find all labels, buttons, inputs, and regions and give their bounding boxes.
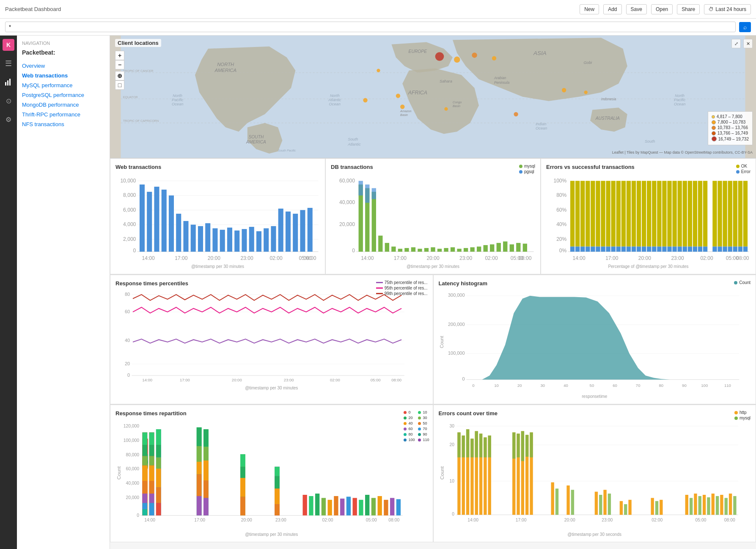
svg-text:40,000: 40,000 xyxy=(339,199,355,205)
latency-x-label: responsetime xyxy=(439,394,751,399)
svg-rect-109 xyxy=(404,248,409,252)
svg-rect-304 xyxy=(203,461,209,480)
legend-range-5: 16,749 – 19,732 xyxy=(718,137,749,141)
svg-rect-324 xyxy=(346,497,351,515)
save-button[interactable]: Save xyxy=(626,4,647,14)
map-close-icon[interactable]: ✕ xyxy=(743,39,753,48)
new-button[interactable]: New xyxy=(580,4,599,14)
target-icon[interactable]: ⊙ xyxy=(3,95,14,107)
nav-link-overview[interactable]: Overview xyxy=(22,61,104,71)
svg-point-28 xyxy=(454,57,460,63)
map-svg: NORTH AMERICA SOUTH AMERICA AFRICA EUROP… xyxy=(110,36,756,158)
svg-rect-392 xyxy=(698,496,701,515)
svg-rect-375 xyxy=(551,483,554,515)
svg-rect-297 xyxy=(197,446,202,462)
svg-rect-193 xyxy=(693,181,697,246)
svg-point-38 xyxy=(584,91,588,94)
svg-text:Peninsula: Peninsula xyxy=(494,81,510,85)
dot-110 xyxy=(418,439,421,441)
svg-rect-299 xyxy=(197,474,202,496)
nav-link-nfs[interactable]: NFS transactions xyxy=(22,119,104,129)
search-input[interactable] xyxy=(5,22,736,32)
nav-link-mysql[interactable]: MySQL performance xyxy=(22,80,104,90)
legend-50: 50 xyxy=(418,421,429,425)
legend-error: Error xyxy=(736,169,751,174)
svg-text:20%: 20% xyxy=(556,236,566,242)
svg-rect-309 xyxy=(240,467,245,478)
svg-rect-399 xyxy=(729,494,731,515)
svg-rect-208 xyxy=(733,247,737,252)
svg-rect-393 xyxy=(702,495,705,515)
nav-link-web-transactions[interactable]: Web transactions xyxy=(22,71,104,80)
map-zoom-selection-button[interactable]: □ xyxy=(115,80,124,90)
svg-text:Pacific: Pacific xyxy=(172,98,184,102)
svg-rect-352 xyxy=(462,436,465,458)
svg-text:17:00: 17:00 xyxy=(515,518,526,522)
svg-rect-330 xyxy=(384,500,388,516)
svg-text:10: 10 xyxy=(449,479,454,483)
svg-text:08:00: 08:00 xyxy=(736,255,749,261)
share-button[interactable]: Share xyxy=(677,4,700,14)
svg-text:0: 0 xyxy=(133,248,136,254)
svg-rect-282 xyxy=(149,445,154,456)
svg-point-37 xyxy=(562,88,566,92)
response-times-chart: 80 60 40 20 0 xyxy=(115,290,428,383)
svg-text:20:00: 20:00 xyxy=(564,518,575,522)
svg-rect-291 xyxy=(156,458,161,469)
svg-text:100: 100 xyxy=(701,383,708,388)
svg-rect-376 xyxy=(555,488,558,515)
svg-rect-319 xyxy=(315,494,319,516)
errors-vs-success-panel: Errors vs successful transactions OK Err… xyxy=(541,158,756,274)
add-button[interactable]: Add xyxy=(603,4,621,14)
map-expand-icon[interactable]: ⤢ xyxy=(731,39,741,48)
svg-rect-146 xyxy=(570,247,575,252)
time-label: Last 24 hours xyxy=(715,6,746,12)
errors-count-title: Errors count over time xyxy=(439,410,751,417)
svg-rect-202 xyxy=(718,247,722,252)
svg-rect-183 xyxy=(667,181,671,246)
map-controls: ⤢ ✕ xyxy=(731,39,753,48)
svg-rect-364 xyxy=(488,436,491,458)
time-picker-button[interactable]: ⏱ Last 24 hours xyxy=(704,4,751,14)
svg-rect-84 xyxy=(271,226,276,251)
svg-rect-279 xyxy=(142,509,147,516)
svg-rect-389 xyxy=(685,495,688,515)
nav-link-postgresql[interactable]: PostgreSQL performance xyxy=(22,90,104,100)
svg-rect-83 xyxy=(264,228,269,251)
svg-text:02:00: 02:00 xyxy=(700,255,713,261)
nav-link-thrift[interactable]: Thrift-RPC performance xyxy=(22,110,104,119)
svg-text:60,000: 60,000 xyxy=(339,178,355,184)
svg-rect-385 xyxy=(628,500,631,515)
svg-text:30: 30 xyxy=(449,424,454,428)
svg-rect-75 xyxy=(205,223,210,251)
svg-rect-314 xyxy=(275,476,280,489)
svg-rect-396 xyxy=(715,496,718,515)
map-zoom-out-button[interactable]: − xyxy=(115,60,124,69)
settings-icon[interactable]: ⚙ xyxy=(3,113,14,125)
svg-rect-88 xyxy=(300,210,305,251)
svg-rect-173 xyxy=(642,181,646,246)
dot-80 xyxy=(404,433,407,436)
svg-rect-116 xyxy=(451,247,455,251)
chart-icon[interactable] xyxy=(3,76,14,88)
svg-rect-277 xyxy=(142,494,147,503)
map-reset-button[interactable]: ⊕ xyxy=(115,71,124,80)
svg-rect-207 xyxy=(733,181,737,246)
search-button[interactable]: ⌕ xyxy=(739,22,751,32)
map-legend: 4,817 – 7,800 7,800 – 10,783 10,783 – 13… xyxy=(708,111,753,145)
dot-90 xyxy=(418,433,421,436)
svg-rect-127 xyxy=(523,244,527,252)
svg-rect-80 xyxy=(242,229,247,251)
nav-link-mongodb[interactable]: MongoDB performance xyxy=(22,100,104,110)
open-button[interactable]: Open xyxy=(651,4,673,14)
count-label: Count xyxy=(739,280,751,285)
dot-10 xyxy=(418,411,421,414)
legend-range-2: 7,800 – 10,783 xyxy=(718,120,746,124)
map-zoom-in-button[interactable]: + xyxy=(115,51,124,60)
menu-icon[interactable]: ☰ xyxy=(3,58,14,69)
main-layout: K ☰ ⊙ ⚙ Navigation Packetbeat: Overview … xyxy=(0,36,756,549)
brand-icon[interactable]: K xyxy=(3,39,14,51)
svg-rect-160 xyxy=(606,247,610,252)
svg-rect-289 xyxy=(156,429,161,445)
svg-text:30: 30 xyxy=(540,383,545,388)
